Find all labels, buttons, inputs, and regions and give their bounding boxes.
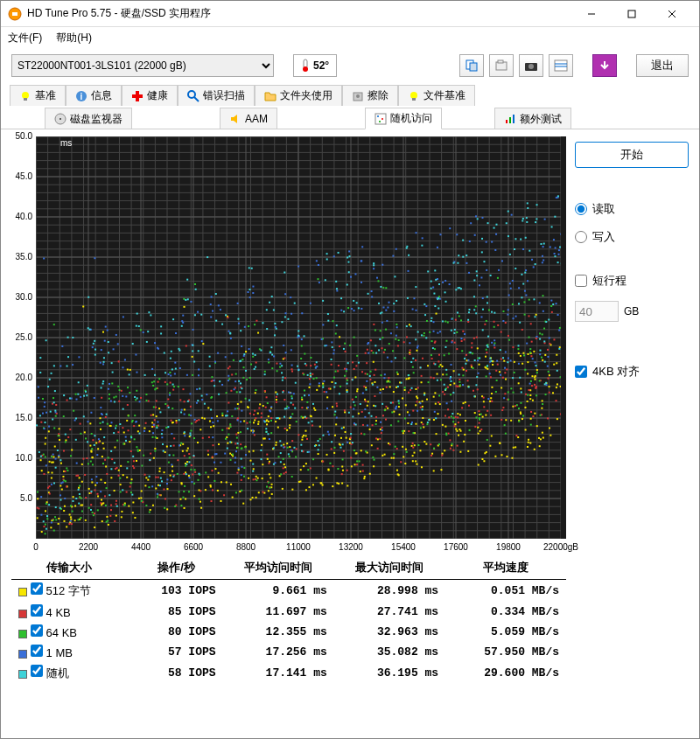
- y-tick: 15.0: [10, 413, 32, 422]
- cell-speed: 0.334 MB/s: [445, 602, 566, 622]
- disk-icon: [352, 90, 364, 102]
- cell-avg: 12.355 ms: [223, 622, 334, 642]
- row-label: 64 KB: [11, 622, 130, 642]
- row-label: 随机: [11, 662, 130, 684]
- svg-rect-29: [375, 114, 386, 124]
- bulb-icon: [19, 90, 32, 102]
- svg-point-7: [303, 66, 308, 72]
- cell-iops: 103 IOPS: [130, 580, 222, 603]
- svg-line-22: [194, 97, 199, 101]
- tab-row-2: 磁盘监视器 AAM 随机访问 额外测试: [1, 106, 699, 129]
- copy-screenshot-button[interactable]: [489, 54, 514, 77]
- svg-rect-26: [412, 98, 416, 101]
- series-checkbox[interactable]: [31, 624, 43, 637]
- x-tick: 19800: [496, 542, 521, 552]
- svg-rect-3: [628, 10, 635, 17]
- row-label: 4 KB: [11, 602, 130, 622]
- copy-info-button[interactable]: [459, 54, 484, 77]
- screenshot-button[interactable]: [519, 54, 543, 77]
- x-tick: 6600: [184, 542, 203, 552]
- y-axis-unit: ms: [60, 138, 72, 148]
- cell-speed: 29.600 MB/s: [445, 662, 566, 684]
- svg-rect-9: [470, 63, 477, 71]
- svg-point-31: [382, 118, 383, 120]
- bulb-icon: [408, 90, 420, 102]
- short-stroke-checkbox[interactable]: [575, 275, 587, 287]
- table-row: 1 MB57 IOPS17.256 ms35.082 ms57.950 MB/s: [11, 642, 566, 662]
- cell-iops: 57 IOPS: [130, 642, 222, 662]
- cell-avg: 11.697 ms: [223, 602, 334, 622]
- svg-text:i: i: [80, 92, 83, 101]
- x-tick: 0: [33, 542, 38, 552]
- tab-info[interactable]: i信息: [66, 85, 122, 106]
- cell-max: 35.082 ms: [334, 642, 445, 662]
- cell-avg: 9.661 ms: [223, 580, 334, 603]
- cross-icon: [131, 90, 144, 102]
- tab-erase[interactable]: 擦除: [342, 85, 398, 106]
- app-window: HD Tune Pro 5.75 - 硬盘/SSD 实用程序 文件(F) 帮助(…: [0, 0, 700, 739]
- y-tick: 25.0: [10, 332, 32, 342]
- x-tick-end: 22000gB: [543, 542, 578, 552]
- read-radio[interactable]: [575, 203, 587, 215]
- write-label: 写入: [592, 229, 615, 245]
- tab-benchmark[interactable]: 基准: [10, 85, 66, 106]
- read-label: 读取: [592, 201, 615, 217]
- minimize-button[interactable]: [571, 1, 612, 27]
- series-checkbox[interactable]: [31, 582, 43, 595]
- tab-error-scan[interactable]: 错误扫描: [178, 85, 255, 106]
- close-button[interactable]: [652, 1, 692, 27]
- menu-file[interactable]: 文件(F): [8, 31, 42, 45]
- x-tick: 13200: [339, 542, 363, 552]
- row-label: 1 MB: [11, 642, 130, 662]
- cell-iops: 85 IOPS: [130, 602, 222, 622]
- series-checkbox[interactable]: [31, 665, 43, 677]
- drive-select[interactable]: ST22000NT001-3LS101 (22000 gB): [11, 54, 274, 77]
- short-stroke-unit: GB: [624, 305, 639, 317]
- cell-max: 28.998 ms: [334, 580, 445, 603]
- save-button[interactable]: [592, 54, 617, 77]
- speaker-icon: [229, 113, 242, 125]
- cell-avg: 17.256 ms: [223, 642, 334, 662]
- titlebar: HD Tune Pro 5.75 - 硬盘/SSD 实用程序: [1, 1, 699, 27]
- cell-max: 36.195 ms: [334, 662, 445, 684]
- start-button[interactable]: 开始: [575, 142, 689, 168]
- row-label: 512 字节: [11, 580, 130, 603]
- magnifier-icon: [187, 90, 200, 102]
- x-tick: 8800: [236, 542, 256, 552]
- x-tick: 17600: [444, 542, 468, 552]
- table-row: 64 KB80 IOPS12.355 ms32.963 ms5.059 MB/s: [11, 622, 566, 642]
- svg-rect-35: [513, 115, 514, 123]
- svg-rect-11: [498, 60, 503, 63]
- maximize-button[interactable]: [612, 1, 652, 27]
- options-button[interactable]: [549, 54, 573, 77]
- cell-iops: 80 IOPS: [130, 622, 222, 642]
- write-radio[interactable]: [575, 231, 587, 243]
- cell-max: 32.963 ms: [334, 622, 445, 642]
- series-checkbox[interactable]: [31, 604, 43, 617]
- svg-point-24: [356, 94, 360, 98]
- side-panel: 开始 读取 写入 短行程 GB 4KB 对齐: [575, 136, 689, 729]
- results-table: 传输大小操作/秒平均访问时间最大访问时间平均速度 512 字节103 IOPS9…: [11, 556, 566, 684]
- tab-health[interactable]: 健康: [122, 85, 178, 106]
- cell-avg: 17.141 ms: [223, 662, 334, 684]
- tab-extra-tests[interactable]: 额外测试: [494, 108, 571, 129]
- series-checkbox[interactable]: [31, 645, 43, 657]
- table-row: 4 KB85 IOPS11.697 ms27.741 ms0.334 MB/s: [11, 602, 566, 622]
- tab-aam[interactable]: AAM: [220, 108, 277, 129]
- window-title: HD Tune Pro 5.75 - 硬盘/SSD 实用程序: [27, 6, 571, 21]
- x-tick: 11000: [286, 542, 311, 552]
- tab-random-access[interactable]: 随机访问: [365, 108, 442, 129]
- svg-point-32: [379, 121, 381, 122]
- app-icon: [8, 7, 22, 21]
- tab-file-benchmark[interactable]: 文件基准: [398, 85, 475, 106]
- menu-help[interactable]: 帮助(H): [56, 31, 92, 45]
- exit-button[interactable]: 退出: [636, 54, 689, 77]
- cell-speed: 57.950 MB/s: [445, 642, 566, 662]
- col-header: 平均速度: [445, 556, 566, 580]
- tab-disk-monitor[interactable]: 磁盘监视器: [45, 108, 132, 129]
- tab-folder-usage[interactable]: 文件夹使用: [255, 85, 342, 106]
- align-checkbox[interactable]: [575, 366, 587, 378]
- y-tick: 5.0: [10, 493, 32, 503]
- y-tick: 30.0: [10, 292, 32, 302]
- menubar: 文件(F) 帮助(H): [1, 27, 699, 48]
